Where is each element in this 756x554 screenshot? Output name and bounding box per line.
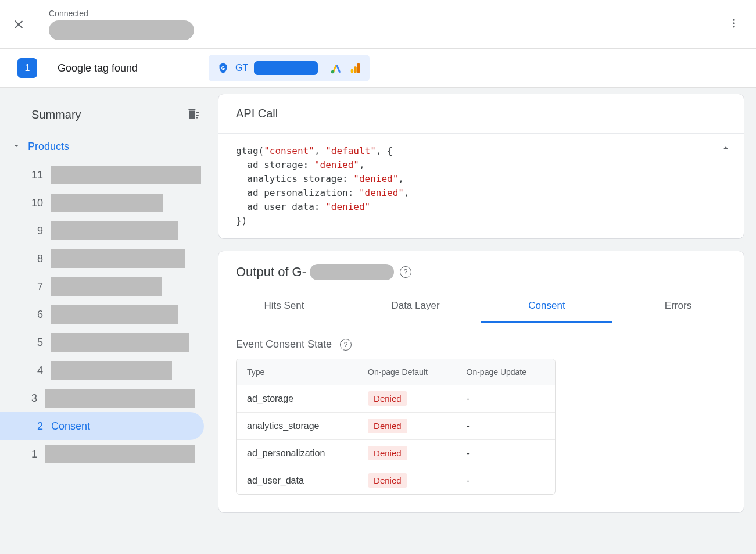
help-icon[interactable]: ?	[400, 266, 411, 278]
consent-table: TypeOn-page DefaultOn-page Update ad_sto…	[236, 359, 556, 495]
clear-icon[interactable]	[185, 106, 200, 123]
consent-default: Denied	[357, 413, 456, 440]
tab-errors[interactable]: Errors	[612, 291, 744, 323]
event-label-redacted	[51, 277, 162, 296]
connection-domain-redacted	[49, 20, 194, 40]
svg-point-2	[733, 26, 734, 27]
sidebar-event-item[interactable]: 5	[0, 328, 204, 356]
output-card: Output of G- ? Hits SentData LayerConsen…	[218, 251, 744, 513]
consent-section-label: Event Consent State	[236, 338, 332, 351]
svg-point-4	[331, 70, 335, 74]
sidebar-event-item[interactable]: 7	[0, 273, 204, 301]
event-label-redacted	[51, 194, 163, 212]
event-label-redacted	[51, 221, 178, 240]
output-tabs: Hits SentData LayerConsentErrors	[218, 291, 744, 323]
api-call-title: API Call	[218, 94, 744, 134]
event-label-redacted	[51, 305, 178, 324]
svg-rect-7	[357, 63, 360, 73]
table-row: ad_user_dataDenied-	[237, 467, 555, 494]
sidebar-event-item[interactable]: 2Consent	[0, 412, 204, 440]
consent-type: ad_personalization	[237, 440, 357, 467]
event-number: 9	[31, 225, 43, 237]
svg-text:G: G	[221, 66, 225, 71]
sidebar-event-item[interactable]: 11	[0, 161, 204, 189]
event-label-redacted	[45, 389, 195, 408]
sidebar-event-item[interactable]: 6	[0, 301, 204, 328]
consent-default-badge: Denied	[368, 419, 407, 433]
consent-section-title: Event Consent State ?	[218, 323, 744, 359]
table-row: ad_personalizationDenied-	[237, 440, 555, 467]
collapse-icon[interactable]	[719, 142, 732, 159]
event-list: 111098765432Consent1	[0, 159, 218, 470]
tag-chip[interactable]: G GT	[209, 55, 370, 81]
event-number: 7	[31, 281, 43, 293]
products-row[interactable]: Products	[0, 130, 218, 159]
sidebar-event-item[interactable]: 1	[0, 440, 204, 468]
consent-update: -	[456, 413, 555, 440]
consent-update: -	[456, 440, 555, 467]
table-header: On-page Default	[357, 359, 456, 385]
event-label-redacted	[51, 166, 201, 184]
sidebar: Summary Products 111098765432Consent1	[0, 88, 218, 554]
gtag-icon: G	[217, 62, 230, 74]
sidebar-event-item[interactable]: 8	[0, 245, 204, 273]
svg-rect-6	[354, 66, 357, 73]
event-number: 8	[31, 253, 43, 265]
event-number: 1	[31, 448, 37, 460]
consent-type: ad_user_data	[237, 467, 357, 494]
event-label: Consent	[51, 420, 90, 433]
event-number: 10	[31, 197, 43, 209]
consent-default-badge: Denied	[368, 446, 407, 460]
summary-row[interactable]: Summary	[0, 99, 218, 130]
consent-default: Denied	[357, 440, 456, 467]
caret-down-icon	[12, 141, 21, 152]
output-header: Output of G- ?	[218, 251, 744, 280]
event-number: 2	[31, 420, 43, 433]
consent-default-badge: Denied	[368, 391, 407, 406]
sidebar-event-item[interactable]: 10	[0, 189, 204, 217]
api-call-card: API Call gtag("consent", "default", { ad…	[218, 94, 744, 239]
output-prefix: Output of G-	[236, 265, 306, 280]
consent-default: Denied	[357, 467, 456, 494]
table-header: Type	[237, 359, 357, 385]
close-icon[interactable]	[12, 17, 26, 31]
help-icon[interactable]: ?	[340, 339, 352, 351]
svg-point-1	[733, 22, 734, 24]
svg-point-0	[733, 19, 734, 21]
consent-update: -	[456, 467, 555, 494]
connection-block: Connected	[49, 9, 723, 40]
tag-found-label: Google tag found	[58, 62, 197, 74]
event-number: 4	[31, 364, 43, 377]
sidebar-event-item[interactable]: 9	[0, 217, 204, 245]
gt-id-redacted	[254, 61, 318, 75]
tab-data-layer[interactable]: Data Layer	[350, 291, 481, 323]
gt-prefix: GT	[235, 63, 248, 73]
event-number: 5	[31, 337, 43, 349]
consent-update: -	[456, 385, 555, 413]
consent-default: Denied	[357, 385, 456, 413]
sidebar-event-item[interactable]: 4	[0, 356, 204, 384]
table-row: ad_storageDenied-	[237, 385, 555, 413]
divider	[324, 61, 324, 75]
event-number: 11	[31, 169, 43, 181]
table-header: On-page Update	[456, 359, 555, 385]
consent-type: ad_storage	[237, 385, 357, 413]
tag-bar: 1 Google tag found G GT	[0, 49, 756, 88]
output-id-redacted	[310, 264, 394, 280]
svg-rect-5	[351, 69, 354, 73]
products-label: Products	[28, 141, 69, 153]
consent-default-badge: Denied	[368, 473, 407, 488]
tag-count-badge: 1	[17, 58, 37, 78]
event-label-redacted	[45, 445, 195, 463]
tab-hits-sent[interactable]: Hits Sent	[218, 291, 350, 323]
summary-label: Summary	[31, 108, 81, 121]
consent-type: analytics_storage	[237, 413, 357, 440]
top-bar: Connected	[0, 0, 756, 49]
event-label-redacted	[51, 249, 185, 268]
tab-consent[interactable]: Consent	[481, 291, 612, 323]
sidebar-event-item[interactable]: 3	[0, 384, 204, 412]
api-call-code: gtag("consent", "default", { ad_storage:…	[218, 134, 744, 238]
google-ads-icon	[330, 62, 343, 74]
more-icon[interactable]	[723, 13, 744, 35]
event-label-redacted	[51, 361, 172, 380]
